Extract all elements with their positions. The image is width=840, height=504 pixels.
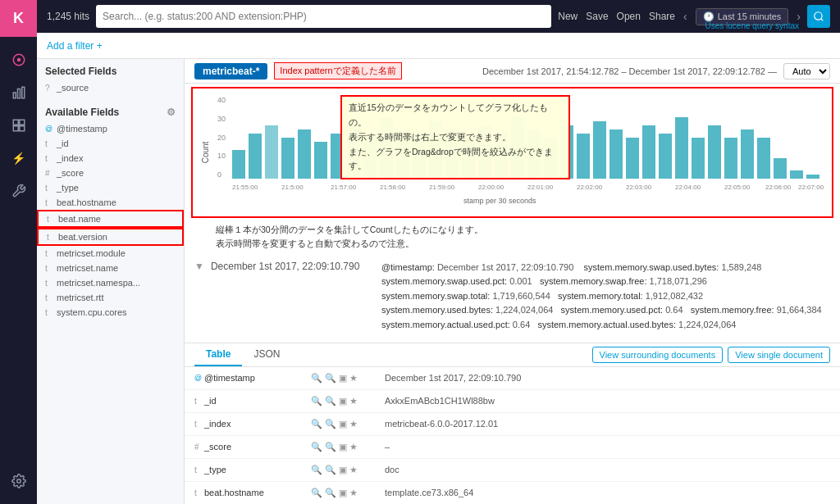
table-row: # _score 🔍 🔍 ▣ ★ –	[185, 436, 840, 459]
filter-minus-icon[interactable]: 🔍	[325, 488, 336, 498]
star-icon[interactable]: ★	[349, 488, 358, 498]
svg-text:40: 40	[217, 96, 226, 104]
filter-bar: Add a filter +	[37, 33, 840, 59]
svg-rect-22	[314, 142, 327, 179]
sidebar-field-source[interactable]: ? _source	[37, 80, 184, 95]
nav-dev-tools[interactable]	[0, 175, 37, 207]
filter-plus-icon[interactable]: 🔍	[311, 465, 322, 475]
column-toggle-icon[interactable]: ▣	[339, 373, 347, 384]
svg-text:30: 30	[217, 115, 226, 123]
svg-rect-17	[232, 150, 245, 179]
save-button[interactable]: Save	[586, 11, 608, 22]
time-label: Last 15 minutes	[718, 11, 782, 21]
star-icon[interactable]: ★	[349, 396, 358, 406]
filter-minus-icon[interactable]: 🔍	[325, 419, 336, 429]
surrounding-docs-button[interactable]: View surrounding documents	[592, 347, 724, 363]
sidebar-field-metricname[interactable]: t metricset.name	[37, 261, 184, 275]
sidebar-field-hostname[interactable]: t beat.hostname	[37, 195, 184, 210]
svg-text:21:55:00: 21:55:00	[232, 184, 258, 191]
chart-annotation: 直近15分のデータをカウントしてグラフ化したもの。 表示する時間帯は右上で変更で…	[340, 95, 570, 179]
svg-rect-6	[19, 120, 24, 125]
result-fields-summary: @timestamp: December 1st 2017, 22:09:10.…	[381, 261, 830, 333]
svg-point-1	[16, 58, 21, 62]
svg-point-10	[815, 12, 822, 20]
nav-dashboard[interactable]	[0, 109, 37, 142]
filter-minus-icon[interactable]: 🔍	[325, 442, 336, 452]
sidebar-field-metricnamespace[interactable]: t metricset.namespa...	[37, 275, 184, 290]
lucene-hint: Uses lucene query syntax	[705, 21, 799, 30]
svg-rect-41	[626, 138, 639, 179]
svg-rect-38	[577, 134, 590, 179]
chart-y-label: Count	[201, 142, 210, 164]
open-button[interactable]: Open	[617, 11, 641, 22]
svg-text:stamp per 30 seconds: stamp per 30 seconds	[463, 197, 536, 205]
sidebar-field-metricmodule[interactable]: t metricset.module	[37, 246, 184, 261]
sidebar-field-index[interactable]: t _index	[37, 151, 184, 166]
date-range: December 1st 2017, 21:54:12.782 – Decemb…	[482, 66, 777, 76]
result-header: ▼ December 1st 2017, 22:09:10.790 @times…	[194, 261, 830, 333]
filter-plus-icon[interactable]: 🔍	[311, 396, 322, 406]
new-button[interactable]: New	[558, 11, 578, 22]
svg-line-11	[821, 19, 824, 21]
svg-rect-42	[642, 125, 655, 179]
star-icon[interactable]: ★	[349, 442, 358, 452]
left-nav: K ⚡	[0, 0, 37, 504]
svg-text:22:01:00: 22:01:00	[527, 184, 554, 191]
sidebar-field-beatname[interactable]: t beat.name	[37, 210, 184, 228]
filter-plus-icon[interactable]: 🔍	[311, 442, 322, 452]
svg-text:22:04:00: 22:04:00	[675, 184, 701, 191]
index-pattern-label[interactable]: metricbeat-*	[194, 63, 267, 79]
column-toggle-icon[interactable]: ▣	[339, 396, 347, 406]
field-type-icon: ?	[45, 84, 53, 93]
svg-rect-18	[249, 134, 262, 179]
svg-text:0: 0	[217, 170, 221, 179]
column-toggle-icon[interactable]: ▣	[339, 419, 347, 429]
fields-gear-icon[interactable]: ⚙	[167, 107, 176, 118]
svg-rect-21	[298, 129, 311, 179]
sidebar-field-score[interactable]: # _score	[37, 166, 184, 180]
clock-icon: 🕐	[703, 11, 714, 22]
column-toggle-icon[interactable]: ▣	[339, 442, 347, 452]
svg-text:21:57:00: 21:57:00	[331, 184, 357, 191]
svg-rect-7	[13, 126, 18, 131]
svg-text:22:00:00: 22:00:00	[478, 184, 504, 191]
share-button[interactable]: Share	[649, 11, 675, 22]
star-icon[interactable]: ★	[349, 465, 358, 475]
nav-discover[interactable]	[0, 43, 37, 76]
sidebar-field-beatversion[interactable]: t beat.version	[37, 228, 184, 246]
filter-minus-icon[interactable]: 🔍	[325, 373, 336, 384]
column-toggle-icon[interactable]: ▣	[339, 488, 347, 498]
svg-rect-39	[593, 121, 606, 179]
nav-visualize[interactable]	[0, 76, 37, 109]
tab-table[interactable]: Table	[194, 343, 242, 366]
star-icon[interactable]: ★	[349, 419, 358, 429]
filter-plus-icon[interactable]: 🔍	[311, 419, 322, 429]
nav-timelion[interactable]: ⚡	[0, 142, 37, 175]
sidebar-field-metricrtt[interactable]: t metricset.rtt	[37, 290, 184, 305]
single-doc-button[interactable]: View single document	[728, 347, 830, 363]
filter-plus-icon[interactable]: 🔍	[311, 488, 322, 498]
filter-plus-icon[interactable]: 🔍	[311, 373, 322, 384]
svg-rect-8	[19, 126, 24, 131]
column-toggle-icon[interactable]: ▣	[339, 465, 347, 475]
search-input[interactable]	[96, 5, 551, 28]
sidebar-field-cpucores[interactable]: t system.cpu.cores	[37, 305, 184, 320]
right-content: metricbeat-* Index patternで定義した名前 Decemb…	[185, 59, 840, 504]
filter-minus-icon[interactable]: 🔍	[325, 396, 336, 406]
table-row: t _index 🔍 🔍 ▣ ★ metricbeat-6.0.0-2017.1…	[185, 413, 840, 436]
interval-select[interactable]: Auto	[783, 63, 830, 79]
svg-rect-5	[13, 120, 18, 125]
time-back-icon[interactable]: ‹	[683, 10, 687, 23]
sidebar-field-type[interactable]: t _type	[37, 180, 184, 195]
svg-text:22:06:00: 22:06:00	[765, 184, 792, 191]
star-icon[interactable]: ★	[349, 373, 358, 384]
filter-minus-icon[interactable]: 🔍	[325, 465, 336, 475]
result-expand-arrow[interactable]: ▼	[194, 261, 204, 272]
tab-json[interactable]: JSON	[242, 343, 291, 366]
search-button[interactable]	[807, 5, 830, 28]
table-row: t beat.hostname 🔍 🔍 ▣ ★ template.ce73.x8…	[185, 482, 840, 504]
sidebar-field-id[interactable]: t _id	[37, 136, 184, 151]
add-filter-button[interactable]: Add a filter +	[47, 40, 103, 52]
nav-settings[interactable]	[0, 465, 37, 497]
sidebar-field-timestamp[interactable]: @ @timestamp	[37, 121, 184, 136]
